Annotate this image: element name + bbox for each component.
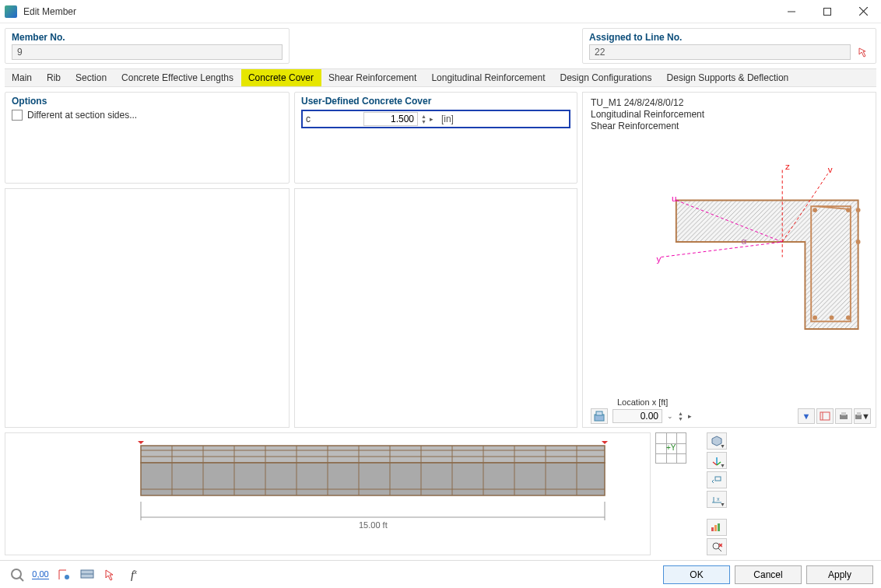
svg-text:x: x xyxy=(717,496,720,502)
svg-point-14 xyxy=(846,316,851,320)
beam-preview-panel: 15.00 ft xyxy=(5,432,651,555)
svg-rect-27 xyxy=(141,446,605,463)
member-number-input[interactable] xyxy=(12,44,283,60)
left-blank-panel xyxy=(5,188,290,428)
axis-v: v xyxy=(828,164,833,174)
different-sides-checkbox[interactable] xyxy=(12,110,23,121)
apply-button[interactable]: Apply xyxy=(806,565,873,584)
location-play-icon[interactable]: ▸ xyxy=(688,412,692,420)
axis-u: u xyxy=(672,193,677,203)
maximize-button[interactable] xyxy=(809,0,845,23)
cover-input-row: c ▲▼ ▸ [in] xyxy=(301,110,570,128)
tab-rib[interactable]: Rib xyxy=(40,69,68,86)
svg-rect-55 xyxy=(715,477,721,481)
filter-icon[interactable]: ▼ xyxy=(798,408,815,424)
location-dropdown-icon[interactable]: ⌄ xyxy=(667,412,673,420)
cover-unit: [in] xyxy=(441,114,454,124)
svg-rect-20 xyxy=(596,411,602,415)
view-plane-icon[interactable]: x▼ xyxy=(707,491,727,508)
svg-rect-24 xyxy=(841,412,846,415)
assigned-line-panel: Assigned to Line No. xyxy=(582,28,876,64)
cover-value-input[interactable] xyxy=(363,112,418,126)
svg-point-9 xyxy=(846,208,851,212)
select-line-icon[interactable] xyxy=(857,46,871,60)
axis-alpha: α xyxy=(742,236,747,246)
preview-header: TU_M1 24/8/24/8/0/12 Longitudinal Reinfo… xyxy=(591,97,868,132)
svg-rect-61 xyxy=(718,523,720,531)
svg-point-8 xyxy=(813,208,817,212)
view-results-icon[interactable] xyxy=(707,519,727,536)
svg-rect-1 xyxy=(824,8,831,15)
tab-effective-lengths[interactable]: Concrete Effective Lengths xyxy=(114,69,241,86)
svg-point-10 xyxy=(856,208,861,212)
tab-design-configurations[interactable]: Design Configurations xyxy=(553,69,659,86)
svg-rect-26 xyxy=(857,412,861,415)
different-sides-label: Different at section sides... xyxy=(27,110,137,121)
cancel-button[interactable]: Cancel xyxy=(735,565,802,584)
print-dropdown-icon[interactable]: ▼ xyxy=(854,408,871,424)
svg-point-70 xyxy=(65,575,69,579)
location-spinner[interactable]: ▲▼ xyxy=(678,411,683,422)
measure-icon[interactable] xyxy=(54,565,73,584)
svg-rect-28 xyxy=(141,463,605,495)
print-icon[interactable] xyxy=(835,408,852,424)
svg-line-63 xyxy=(718,548,721,551)
mid-blank-panel xyxy=(294,188,577,428)
minimize-button[interactable] xyxy=(774,0,809,23)
dimension-icon[interactable] xyxy=(816,408,834,424)
tab-main[interactable]: Main xyxy=(5,69,40,86)
footer: 0,00 fx OK Cancel Apply xyxy=(0,560,881,588)
svg-rect-60 xyxy=(714,525,717,531)
help-icon[interactable] xyxy=(8,565,26,584)
member-number-title: Member No. xyxy=(12,32,283,43)
svg-marker-46 xyxy=(138,441,144,444)
axis-y: y xyxy=(656,254,661,264)
app-icon xyxy=(5,5,17,18)
view-icon[interactable] xyxy=(78,565,97,584)
titlebar: Edit Member xyxy=(0,0,881,23)
svg-point-12 xyxy=(813,316,817,320)
svg-point-13 xyxy=(830,316,834,320)
view-zoom-clear-icon[interactable] xyxy=(707,538,727,555)
svg-marker-47 xyxy=(602,441,608,444)
svg-line-67 xyxy=(19,577,23,581)
member-number-panel: Member No. xyxy=(5,28,290,64)
tab-section[interactable]: Section xyxy=(68,69,114,86)
cover-dropdown-icon[interactable]: ▸ xyxy=(430,115,433,123)
beam-diagram: 15.00 ft xyxy=(47,441,608,542)
select-icon[interactable] xyxy=(101,565,120,584)
units-icon[interactable]: 0,00 xyxy=(31,565,50,584)
render-mode-icon[interactable] xyxy=(591,408,608,424)
formula-icon[interactable]: fx xyxy=(125,565,143,584)
tab-shear-reinforcement[interactable]: Shear Reinforcement xyxy=(321,69,424,86)
concrete-cover-panel: User-Defined Concrete Cover c ▲▼ ▸ [in] xyxy=(294,92,577,184)
view-flip-icon[interactable] xyxy=(707,471,727,488)
options-panel: Options Different at section sides... xyxy=(5,92,290,184)
svg-point-62 xyxy=(713,543,719,549)
beam-length-label: 15.00 ft xyxy=(359,520,388,530)
plus-y-label: +Y xyxy=(666,443,676,452)
options-title: Options xyxy=(12,96,283,107)
ok-button[interactable]: OK xyxy=(663,565,730,584)
cover-label: c xyxy=(306,114,360,124)
location-input[interactable] xyxy=(612,409,662,423)
assigned-line-input[interactable] xyxy=(589,44,851,60)
tab-longitudinal-reinforcement[interactable]: Longitudinal Reinforcement xyxy=(424,69,553,86)
svg-point-11 xyxy=(856,240,861,244)
tabstrip: Main Rib Section Concrete Effective Leng… xyxy=(5,68,876,87)
tab-design-supports-deflection[interactable]: Design Supports & Deflection xyxy=(660,69,797,86)
svg-rect-59 xyxy=(711,527,714,531)
axis-z: z xyxy=(785,161,790,171)
window-title: Edit Member xyxy=(23,6,774,17)
svg-line-18 xyxy=(661,242,782,257)
view-iso-icon[interactable]: ▼ xyxy=(707,432,727,450)
location-label: Location x [ft] xyxy=(617,397,668,407)
section-diagram: z v u y α xyxy=(591,155,868,390)
beam-view-controls: +Y ▼ ▼ x▼ xyxy=(655,432,876,555)
section-preview-panel: TU_M1 24/8/24/8/0/12 Longitudinal Reinfo… xyxy=(582,92,876,428)
close-button[interactable] xyxy=(845,0,881,23)
cover-spinner[interactable]: ▲▼ xyxy=(421,114,426,124)
tab-concrete-cover[interactable]: Concrete Cover xyxy=(241,69,321,86)
svg-rect-21 xyxy=(820,412,830,420)
view-axis-icon[interactable]: ▼ xyxy=(707,452,727,469)
